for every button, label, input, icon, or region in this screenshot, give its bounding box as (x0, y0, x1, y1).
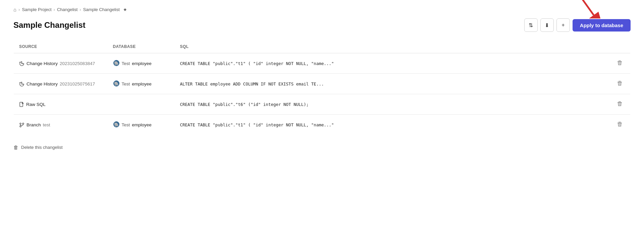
source-label: Change History (26, 81, 58, 86)
svg-text:🐘: 🐘 (114, 122, 119, 127)
action-cell-3 (609, 115, 631, 135)
svg-point-21 (22, 123, 24, 124)
svg-rect-5 (619, 61, 621, 61)
action-cell-2 (609, 94, 631, 115)
header-row: Sample Changelist ⇅ ⬇ (13, 18, 631, 32)
delete-changelist-footer[interactable]: 🗑 Delete this changelist (13, 144, 631, 150)
table-row: Change History 20231025075617 🐘 Testempl… (14, 74, 631, 94)
source-label: Branch (26, 122, 41, 127)
svg-rect-11 (619, 81, 621, 82)
col-header-source: Source (14, 40, 108, 53)
postgres-icon: 🐘 (113, 80, 120, 88)
delete-row-button[interactable] (614, 79, 625, 88)
apply-to-database-button[interactable]: Apply to database (573, 19, 631, 32)
download-icon: ⬇ (545, 22, 549, 28)
star-icon[interactable]: ★ (123, 7, 127, 12)
page-title: Sample Changelist (13, 20, 86, 30)
table-row: Branch test 🐘 TestemployeeCREATE TABLE "… (14, 115, 631, 135)
svg-text:🐘: 🐘 (114, 81, 119, 86)
table-body: Change History 20231025083847 🐘 Testempl… (14, 53, 631, 135)
database-cell-3: 🐘 Testemployee (108, 115, 175, 135)
breadcrumb-sample-project[interactable]: Sample Project (22, 7, 51, 12)
delete-row-button[interactable] (614, 120, 625, 129)
action-cell-0 (609, 53, 631, 74)
sql-text: CREATE TABLE "public"."t1" ( "id" intege… (180, 61, 334, 66)
sql-cell-1: ALTER TABLE employee ADD COLUMN IF NOT E… (175, 74, 609, 94)
source-cell-3: Branch test (14, 115, 108, 135)
sql-text: ALTER TABLE employee ADD COLUMN IF NOT E… (180, 81, 324, 86)
col-header-database: Database (108, 40, 175, 53)
table-row: Raw SQLCREATE TABLE "public"."t6" ("id" … (14, 94, 631, 115)
svg-point-19 (20, 123, 21, 124)
page: ⌂ › Sample Project › Changelist › Sample… (0, 0, 644, 164)
source-label: Raw SQL (26, 102, 46, 107)
breadcrumb: ⌂ › Sample Project › Changelist › Sample… (13, 7, 631, 12)
source-cell-0: Change History 20231025083847 (14, 53, 108, 74)
col-header-action (609, 40, 631, 53)
sql-text: CREATE TABLE "public"."t6" ("id" integer… (180, 102, 309, 107)
postgres-icon: 🐘 (113, 121, 120, 129)
sql-cell-0: CREATE TABLE "public"."t1" ( "id" intege… (175, 53, 609, 74)
header-actions: ⇅ ⬇ + Apply to database (524, 18, 631, 32)
sql-cell-3: CREATE TABLE "public"."t1" ( "id" intege… (175, 115, 609, 135)
separator: › (54, 7, 55, 12)
trash-icon: 🗑 (13, 144, 18, 150)
svg-rect-26 (619, 122, 621, 123)
delete-row-button[interactable] (614, 59, 625, 68)
source-cell-2: Raw SQL (14, 94, 108, 115)
breadcrumb-changelist[interactable]: Changelist (57, 7, 77, 12)
add-button[interactable]: + (556, 18, 570, 32)
source-cell-1: Change History 20231025075617 (14, 74, 108, 94)
sql-text: CREATE TABLE "public"."t1" ( "id" intege… (180, 122, 334, 127)
home-icon[interactable]: ⌂ (13, 7, 16, 12)
postgres-icon: 🐘 (113, 60, 120, 67)
sort-button[interactable]: ⇅ (524, 18, 538, 32)
source-id: test (43, 122, 50, 127)
db-name: Test (122, 81, 130, 86)
changelist-table: Source Database SQL Change History 20231… (13, 40, 631, 135)
db-schema: employee (132, 81, 152, 86)
branch-icon (19, 122, 24, 128)
history-icon (19, 81, 24, 87)
history-icon (19, 60, 24, 66)
svg-rect-16 (619, 102, 621, 102)
database-cell-1: 🐘 Testemployee (108, 74, 175, 94)
add-icon: + (561, 22, 565, 28)
table-row: Change History 20231025083847 🐘 Testempl… (14, 53, 631, 74)
source-id: 20231025075617 (60, 81, 95, 86)
delete-row-button[interactable] (614, 100, 625, 109)
action-cell-1 (609, 74, 631, 94)
breadcrumb-sample-changelist[interactable]: Sample Changelist (83, 7, 120, 12)
db-name: Test (122, 61, 130, 66)
table-header: Source Database SQL (14, 40, 631, 53)
db-schema: employee (132, 61, 152, 66)
delete-label: Delete this changelist (21, 145, 63, 150)
separator: › (79, 7, 81, 12)
source-label: Change History (26, 61, 58, 66)
source-id: 20231025083847 (60, 61, 95, 66)
database-cell-2 (108, 94, 175, 115)
col-header-sql: SQL (175, 40, 609, 53)
download-button[interactable]: ⬇ (540, 18, 554, 32)
sql-cell-2: CREATE TABLE "public"."t6" ("id" integer… (175, 94, 609, 115)
sort-icon: ⇅ (529, 22, 533, 28)
svg-text:🐘: 🐘 (114, 61, 119, 66)
db-name: Test (122, 122, 130, 127)
db-schema: employee (132, 122, 152, 127)
file-icon (19, 101, 24, 107)
separator: › (18, 7, 20, 12)
database-cell-0: 🐘 Testemployee (108, 53, 175, 74)
